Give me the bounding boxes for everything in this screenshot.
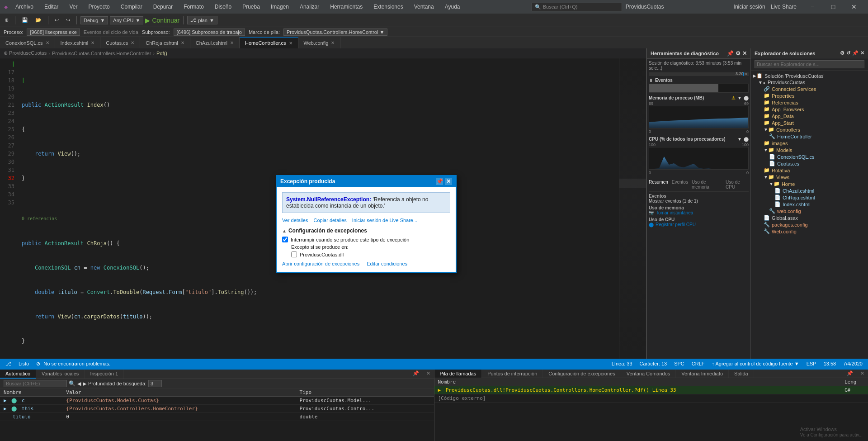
frame-dropdown[interactable]: ProvidusQuotas.Controllers.HomeControl ▼ <box>283 28 387 36</box>
cpu-dropdown[interactable]: Any CPU ▼ <box>110 16 143 24</box>
menu-proyecto[interactable]: Proyecto <box>86 3 111 11</box>
tree-app-data[interactable]: 📁 App_Data <box>753 113 866 119</box>
tab-ventana-inmediato[interactable]: Ventana Inmediato <box>676 370 729 378</box>
toolbar-undo[interactable]: ↩ <box>52 16 61 24</box>
table-row[interactable]: titulo 0 double <box>0 413 434 421</box>
diag-tab-eventos[interactable]: Eventos <box>672 180 688 190</box>
tab-indexcshtml[interactable]: Index.cshtml ✕ <box>55 37 101 48</box>
exception-details-link[interactable]: Ver detalles <box>282 218 308 223</box>
diag-pin-icon[interactable]: 📌 <box>727 50 734 57</box>
tab-chazul-close[interactable]: ✕ <box>230 40 234 45</box>
diag-memory-graph-icon[interactable]: ⬤ <box>744 95 749 100</box>
diag-settings-icon[interactable]: ⚙ <box>736 50 741 57</box>
se-refresh-icon[interactable]: ↺ <box>846 50 850 56</box>
tab-cuotascs-close[interactable]: ✕ <box>131 40 134 45</box>
tab-chazul[interactable]: ChAzul.cshtml ✕ <box>190 37 240 48</box>
tab-homecontroller-close[interactable]: ✕ <box>289 41 292 46</box>
stack-panel-close[interactable]: ✕ <box>857 370 868 378</box>
menu-depurar[interactable]: Depurar <box>151 3 175 11</box>
tree-cuotas[interactable]: 📄 Cuotas.cs <box>753 160 866 167</box>
search-box[interactable]: 🔍 Buscar (Ctrl+Q) <box>532 3 622 11</box>
tab-pila-llamadas[interactable]: Pila de llamadas <box>434 370 482 378</box>
table-row[interactable]: [Código externo] <box>434 394 868 403</box>
maximize-button[interactable]: □ <box>823 0 844 14</box>
liveshare-button[interactable]: Live Share <box>771 4 797 10</box>
exception-pin-button[interactable]: 📌 <box>436 178 443 185</box>
tab-automatico[interactable]: Automático <box>0 370 36 379</box>
tree-homecontroller[interactable]: 🔧 HomeController <box>753 133 866 140</box>
tree-app-start[interactable]: 📁 App_Start <box>753 119 866 126</box>
exception-checkbox1[interactable] <box>282 237 288 242</box>
exception-open-config-link[interactable]: Abrir configuración de excepciones <box>282 261 359 266</box>
tree-globalasax[interactable]: 📄 Global.asax <box>753 214 866 221</box>
tab-conexionsql-close[interactable]: ✕ <box>46 40 49 45</box>
tree-models[interactable]: ▼ 📁 Models <box>753 147 866 153</box>
menu-diseno[interactable]: Diseño <box>213 3 233 11</box>
auto-panel-pin[interactable]: 📌 <box>409 370 423 379</box>
continue-button[interactable]: ▶ Continuar <box>145 17 179 24</box>
menu-ver[interactable]: Ver <box>67 3 79 11</box>
diag-show-events[interactable]: Mostrar eventos (1 de 1) <box>649 199 749 204</box>
menu-ventana[interactable]: Ventana <box>412 3 436 11</box>
auto-depth-input[interactable] <box>148 380 162 387</box>
diag-close-icon[interactable]: ✕ <box>742 50 747 57</box>
tab-inspeccion[interactable]: Inspección 1 <box>85 370 124 379</box>
exception-close-button[interactable]: ✕ <box>445 178 452 185</box>
tree-chazul[interactable]: 📄 ChAzul.cshtml <box>753 187 866 194</box>
stack-panel-pin[interactable]: 📌 <box>843 370 857 378</box>
status-add-source[interactable]: ↑ Agregar al control de código fuente ▼ <box>712 361 799 366</box>
tab-chroja[interactable]: ChRoja.cshtml ✕ <box>140 37 190 48</box>
toolbar-open[interactable]: 📂 <box>33 16 44 24</box>
menu-prueba[interactable]: Prueba <box>241 3 262 11</box>
minimize-button[interactable]: − <box>802 0 823 14</box>
tab-config-excepciones[interactable]: Configuración de excepciones <box>543 370 621 378</box>
tab-homecontroller[interactable]: HomeController.cs ✕ <box>240 37 298 48</box>
branch-dropdown[interactable]: ⎇ plan ▼ <box>187 16 217 24</box>
menu-extensiones[interactable]: Extensiones <box>372 3 405 11</box>
se-pin-icon[interactable]: 📌 <box>852 50 859 56</box>
pause-icon[interactable]: ⏸ <box>649 78 653 83</box>
menu-archivo[interactable]: Archivo <box>14 3 35 11</box>
table-row[interactable]: ▶ ProviduscCuotas.dll!ProviduscCuotas.Co… <box>434 386 868 394</box>
tree-views[interactable]: ▼ 📁 Views <box>753 174 866 180</box>
tab-cuotascs[interactable]: Cuotas.cs ✕ <box>100 37 140 48</box>
search-go-icon[interactable]: 🔍 <box>69 380 75 387</box>
menu-imagen[interactable]: Imagen <box>269 3 291 11</box>
tab-variables-locales[interactable]: Variables locales <box>36 370 85 379</box>
menu-formato[interactable]: Formato <box>182 3 206 11</box>
auto-search-input[interactable] <box>4 380 67 387</box>
auto-panel-close[interactable]: ✕ <box>423 370 434 379</box>
menu-compilar[interactable]: Compilar <box>119 3 144 11</box>
exception-copy-link[interactable]: Copiar detalles <box>313 218 346 223</box>
tree-controllers[interactable]: ▼ 📁 Controllers <box>753 126 866 133</box>
tree-rotativa[interactable]: 📁 Rotativa <box>753 167 866 174</box>
menu-analizar[interactable]: Analizar <box>298 3 321 11</box>
tab-indexcshtml-close[interactable]: ✕ <box>91 40 94 45</box>
diag-memory-settings-icon[interactable]: ▼ <box>737 95 742 100</box>
diag-tab-resumen[interactable]: Resumen <box>649 180 668 190</box>
diag-register-cpu-button[interactable]: ⬤ Registrar perfil CPU <box>649 222 749 227</box>
debug-mode-dropdown[interactable]: Debug ▼ <box>80 16 108 24</box>
se-search-input[interactable] <box>755 60 864 68</box>
tab-webconfig[interactable]: Web.config ✕ <box>298 37 341 48</box>
toolbar-redo[interactable]: ↪ <box>63 16 73 24</box>
auto-nav-back[interactable]: ◀ <box>77 381 81 387</box>
toolbar-new[interactable]: ⊕ <box>2 16 11 24</box>
tab-salida[interactable]: Salida <box>729 370 754 378</box>
diag-tab-memoria[interactable]: Uso de memoria <box>692 180 722 190</box>
tree-connected-services[interactable]: 🔗 Connected Services <box>753 85 866 92</box>
signin-button[interactable]: Iniciar sesión <box>734 4 765 10</box>
tab-chroja-close[interactable]: ✕ <box>181 40 184 45</box>
diag-tab-cpu[interactable]: Uso de CPU <box>726 180 749 190</box>
expand-icon-this[interactable]: ▶ <box>4 406 7 412</box>
exception-edit-link[interactable]: Editar condiciones <box>367 261 407 266</box>
process-dropdown[interactable]: [9688] iisexpress.exe <box>27 28 80 36</box>
tree-app-browsers[interactable]: 📁 App_Browsers <box>753 106 866 113</box>
exception-checkbox2[interactable] <box>291 251 297 257</box>
tree-properties[interactable]: 📁 Properties <box>753 92 866 99</box>
tree-project[interactable]: ▼ ⬥ ProviduscCuotas <box>753 79 866 85</box>
auto-nav-fwd[interactable]: ▶ <box>83 381 86 387</box>
tab-conexionsql[interactable]: ConexionSQL.cs ✕ <box>0 37 55 48</box>
tree-webconfig-root[interactable]: 🔧 Web.config <box>753 228 866 235</box>
subprocess-dropdown[interactable]: [6496] Subproceso de trabajo <box>174 28 245 36</box>
